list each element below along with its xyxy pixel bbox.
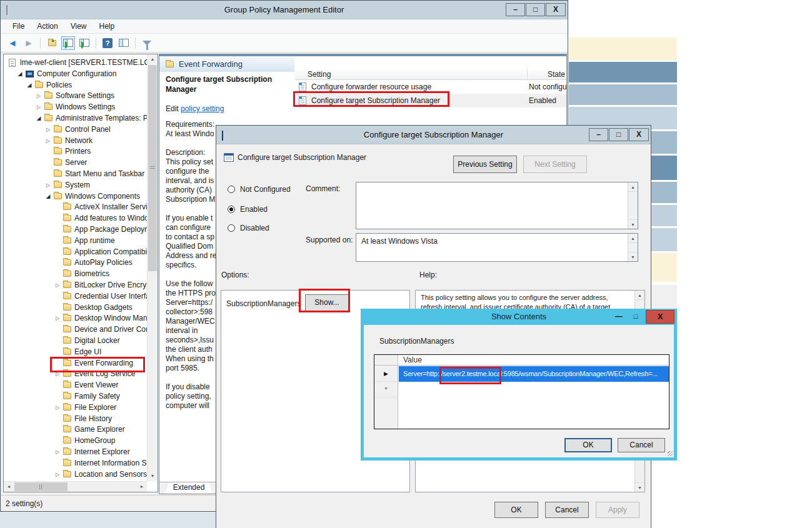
radio-label[interactable]: Disabled (240, 224, 269, 232)
tab-extended[interactable]: Extended (164, 482, 213, 494)
tree-item-network[interactable]: ▷Network (4, 135, 148, 146)
tree-item-add-features-to-windows-8-1[interactable]: Add features to Windows 8.1 (4, 212, 148, 224)
expand-icon[interactable]: ▷ (54, 316, 61, 321)
tree-item-label[interactable]: Start Menu and Taskbar (65, 169, 144, 178)
tree-item-edge-ui[interactable]: Edge UI (4, 346, 148, 357)
tree-item-label[interactable]: Windows Components (65, 192, 140, 201)
list-header[interactable] (295, 69, 567, 80)
menu-view[interactable]: View (65, 22, 93, 31)
scroll-down-icon[interactable]: ▼ (628, 252, 638, 261)
scroll-left-icon[interactable]: ◄ (4, 482, 14, 492)
resize-grip[interactable] (668, 451, 673, 456)
back-icon[interactable]: ◄ (6, 36, 19, 50)
scroll-down-icon[interactable]: ▼ (628, 219, 638, 229)
scroll-up-icon[interactable]: ▲ (628, 182, 638, 192)
tree-item-app-package-deployment[interactable]: App Package Deployment (4, 224, 148, 235)
tree-item-software-settings[interactable]: ▷Software Settings (4, 90, 148, 101)
radio-not-configured[interactable] (228, 186, 235, 193)
scroll-down-icon[interactable]: ▼ (148, 471, 158, 481)
tree-item-desktop-gadgets[interactable]: Desktop Gadgets (4, 302, 148, 313)
close-button[interactable]: X (546, 3, 566, 16)
menu-help[interactable]: Help (94, 22, 121, 31)
tree-item-start-menu-and-taskbar[interactable]: Start Menu and Taskbar (4, 168, 148, 179)
previous-setting-button[interactable]: Previous Setting (453, 156, 517, 173)
scroll-down-icon[interactable]: ▼ (635, 482, 644, 492)
tree-item-printers[interactable]: Printers (4, 146, 148, 157)
tree-item-label[interactable]: App Package Deployment (74, 225, 148, 234)
show-minimize-button[interactable]: — (611, 311, 626, 323)
tree-item-label[interactable]: Edge UI (74, 347, 101, 356)
tree-item-device-and-driver-compatibilit[interactable]: Device and Driver Compatibility (4, 324, 148, 335)
expand-icon[interactable]: ▷ (54, 405, 61, 411)
tree-item-biometrics[interactable]: Biometrics (4, 268, 148, 279)
tree-item-label[interactable]: File History (74, 414, 112, 423)
tree-item-desktop-window-manager[interactable]: ▷Desktop Window Manager (4, 312, 148, 324)
tree-item-label[interactable]: Desktop Window Manager (74, 314, 148, 322)
tree-item-label[interactable]: Policies (46, 81, 72, 89)
tree-item-label[interactable]: HomeGroup (74, 436, 115, 445)
tree-item-label[interactable]: Game Explorer (74, 425, 125, 434)
show-maximize-button[interactable]: □ (628, 311, 644, 323)
tree-item-label[interactable]: Software Settings (56, 91, 114, 100)
menu-file[interactable]: File (7, 22, 30, 31)
tree-item-family-safety[interactable]: Family Safety (4, 391, 148, 402)
value-row[interactable]: ▶Server=http://server2.testme.local:5985… (374, 366, 669, 382)
tree-vertical-scrollbar[interactable]: ▲ ▼ (147, 54, 158, 481)
properties-icon[interactable] (117, 36, 131, 50)
tree-item-activex-installer-service[interactable]: ActiveX Installer Service (4, 201, 148, 212)
show-console-tree-icon[interactable] (61, 36, 75, 50)
collapse-icon[interactable]: ◢ (45, 193, 51, 199)
tree-item-app-runtime[interactable]: App runtime (4, 235, 148, 246)
tree-item-bitlocker-drive-encryption[interactable]: ▷BitLocker Drive Encryption (4, 279, 148, 291)
filter-icon[interactable] (140, 36, 154, 50)
tree-item-label[interactable]: Printers (65, 147, 91, 156)
tree-item-label[interactable]: App runtime (74, 236, 115, 245)
tree-item-control-panel[interactable]: ▷Control Panel (4, 124, 148, 135)
tree-item-windows-settings[interactable]: ▷Windows Settings (4, 101, 148, 112)
dialog-maximize-button[interactable]: □ (609, 128, 628, 141)
tree-item-label[interactable]: Administrative Templates: Policy definit… (56, 114, 148, 122)
tree-item-label[interactable]: Add features to Windows 8.1 (74, 214, 148, 222)
maximize-button[interactable]: □ (526, 3, 545, 16)
show-ok-button[interactable]: OK (564, 438, 612, 452)
tree-item-system[interactable]: ▷System (4, 179, 148, 191)
tree-item-label[interactable]: Computer Configuration (37, 69, 116, 78)
tree-item-label[interactable]: Desktop Gadgets (74, 303, 133, 312)
tree-item-internet-information-services[interactable]: Internet Information Services (4, 457, 148, 469)
tree-item-label[interactable]: Credential User Interface (74, 292, 148, 301)
tree-item-label[interactable]: Server (65, 158, 87, 167)
tree-item-game-explorer[interactable]: Game Explorer (4, 424, 148, 435)
tree-item-label[interactable]: lme-wef-client [SERVER1.TESTME.LOCAL] Po… (20, 58, 148, 67)
radio-disabled[interactable] (228, 224, 235, 232)
expand-icon[interactable]: ▷ (54, 282, 61, 288)
up-one-level-icon[interactable]: ▲ (45, 36, 59, 50)
radio-label[interactable]: Not Configured (240, 185, 291, 194)
tree-item-file-explorer[interactable]: ▷File Explorer (4, 402, 148, 413)
expand-icon[interactable]: ▷ (45, 182, 51, 188)
column-state[interactable]: State (548, 69, 565, 80)
tree-item-label[interactable]: Control Panel (65, 125, 111, 134)
tree-item-label[interactable]: Location and Sensors (74, 470, 147, 479)
apply-button[interactable]: Apply (596, 502, 639, 518)
export-list-icon[interactable] (78, 36, 91, 50)
tree-item-application-compatibility[interactable]: Application Compatibility (4, 246, 148, 257)
dialog-minimize-button[interactable]: – (589, 128, 608, 141)
show-close-button[interactable]: X (646, 310, 674, 324)
tree-item-location-and-sensors[interactable]: ▷Location and Sensors (4, 469, 148, 480)
tree-item-autoplay-policies[interactable]: AutoPlay Policies (4, 257, 148, 268)
tree-item-label[interactable]: AutoPlay Policies (74, 258, 133, 267)
cancel-button[interactable]: Cancel (545, 502, 589, 518)
gpme-titlebar[interactable]: Group Policy Management Editor – □ X (1, 1, 568, 19)
supported-on-field[interactable]: At least Windows Vista ▲ ▼ (356, 233, 638, 262)
tree-item-lme-wef-client-server1-testme-[interactable]: lme-wef-client [SERVER1.TESTME.LOCAL] Po… (4, 57, 148, 68)
value-row[interactable]: * (374, 382, 669, 397)
expand-icon[interactable]: ▷ (54, 449, 61, 455)
tree-item-label[interactable]: BitLocker Drive Encryption (74, 281, 148, 289)
collapse-icon[interactable]: ◢ (26, 82, 33, 88)
tree-item-administrative-templates-polic[interactable]: ◢Administrative Templates: Policy defini… (4, 112, 148, 124)
help-icon[interactable]: ? (101, 36, 114, 50)
tree-item-label[interactable]: Network (65, 136, 93, 145)
expand-icon[interactable]: ▷ (45, 138, 51, 144)
tree-item-policies[interactable]: ◢Policies (4, 79, 148, 91)
tree-item-label[interactable]: Event Viewer (74, 381, 118, 389)
